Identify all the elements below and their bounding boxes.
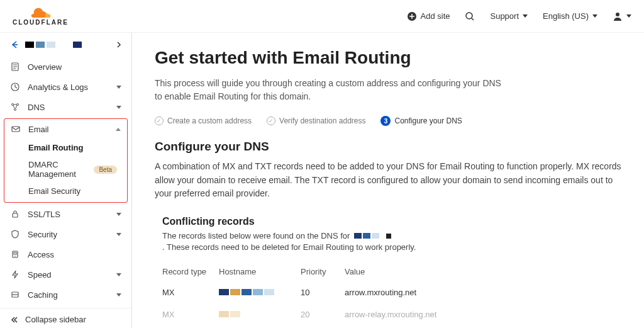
chevron-down-icon <box>116 86 121 89</box>
nav-email-group: Email Email Routing DMARC Management Bet… <box>4 118 128 203</box>
collapse-sidebar-button[interactable]: Collapse sidebar <box>0 308 131 328</box>
chevron-down-icon <box>116 273 121 276</box>
section-title: Configure your DNS <box>155 140 621 154</box>
page-subtitle: This process will guide you through crea… <box>155 77 507 103</box>
app-header: CLOUDFLARE Add site Support English (US) <box>0 0 644 33</box>
cloud-icon <box>28 6 53 19</box>
user-menu[interactable] <box>613 11 631 21</box>
language-menu[interactable]: English (US) <box>543 11 597 21</box>
dns-icon <box>10 102 20 112</box>
svg-point-12 <box>14 256 16 257</box>
chevron-down-icon <box>116 293 121 297</box>
chevron-down-icon <box>626 14 631 18</box>
svg-point-7 <box>14 109 16 111</box>
nav-caching[interactable]: Caching <box>0 285 131 305</box>
cell-priority: 20 <box>301 303 345 325</box>
chevron-up-icon <box>116 128 121 131</box>
cell-hostname <box>219 281 301 303</box>
email-icon <box>11 124 21 134</box>
lock-icon <box>10 209 20 219</box>
access-icon <box>10 249 20 259</box>
nav-speed[interactable]: Speed <box>0 264 131 285</box>
cell-value: arrow.mxrouting.net <box>345 281 602 303</box>
nav-ssl[interactable]: SSL/TLS <box>0 204 131 224</box>
svg-point-2 <box>616 13 619 16</box>
bolt-icon <box>10 269 20 280</box>
nav-email[interactable]: Email <box>4 119 127 139</box>
conflict-title: Conflicting records <box>162 216 621 227</box>
breadcrumb <box>0 33 131 57</box>
th-hostname: Hostname <box>219 262 301 281</box>
cell-type: MX <box>162 281 219 303</box>
nav-overview[interactable]: Overview <box>0 57 131 77</box>
breadcrumb-domain[interactable] <box>73 42 92 48</box>
chevron-down-icon <box>523 14 528 18</box>
table-row: MX 20 arrow-relay.mxrouting.net <box>162 303 602 325</box>
shield-icon <box>10 229 20 239</box>
wizard-steps: ✓ Create a custom address ✓ Verify desti… <box>155 116 621 126</box>
breadcrumb-account[interactable] <box>25 42 55 48</box>
chevron-down-icon <box>592 14 597 18</box>
clock-icon <box>10 82 20 92</box>
th-record-type: Record type <box>162 262 219 281</box>
cell-type: MX <box>162 303 219 325</box>
search-icon[interactable] <box>465 11 475 21</box>
chevron-down-icon <box>116 106 121 109</box>
step-3: 3 Configure your DNS <box>380 116 462 126</box>
beta-badge: Beta <box>94 166 117 174</box>
svg-rect-11 <box>14 252 16 254</box>
nav-dmarc[interactable]: DMARC Management Beta <box>4 156 127 183</box>
plus-circle-icon <box>407 11 417 21</box>
user-icon <box>613 11 623 21</box>
conflict-records-table: Record type Hostname Priority Value MX <box>162 262 602 325</box>
check-circle-icon: ✓ <box>267 116 275 125</box>
step-1: ✓ Create a custom address <box>155 116 252 125</box>
table-row: MX 10 arrow.mxrouting.net <box>162 281 602 303</box>
back-arrow-icon[interactable] <box>10 40 19 49</box>
nav-analytics[interactable]: Analytics & Logs <box>0 77 131 97</box>
nav-access[interactable]: Access <box>0 244 131 264</box>
document-icon <box>10 62 20 72</box>
nav-dns[interactable]: DNS <box>0 97 131 117</box>
drawer-icon <box>10 290 20 300</box>
nav-email-routing[interactable]: Email Routing <box>4 139 127 156</box>
nav-email-security[interactable]: Email Security <box>4 183 127 200</box>
nav: Overview Analytics & Logs DNS Email <box>0 57 131 308</box>
sidebar: Overview Analytics & Logs DNS Email <box>0 33 132 328</box>
logo-text: CLOUDFLARE <box>13 19 69 26</box>
step-2: ✓ Verify destination address <box>267 116 365 125</box>
cell-hostname <box>219 303 301 325</box>
main-content: Get started with Email Routing This proc… <box>132 33 644 328</box>
th-priority: Priority <box>301 262 345 281</box>
square-icon <box>386 234 391 239</box>
svg-rect-9 <box>13 213 18 217</box>
cell-value: arrow-relay.mxrouting.net <box>345 303 602 325</box>
add-site-button[interactable]: Add site <box>407 11 450 21</box>
nav-security[interactable]: Security <box>0 224 131 244</box>
redacted-domain <box>354 233 379 239</box>
chevron-down-icon <box>116 233 121 236</box>
step-number-badge: 3 <box>380 116 391 126</box>
check-circle-icon: ✓ <box>155 116 164 125</box>
svg-point-1 <box>466 13 472 19</box>
chevron-down-icon <box>116 213 121 216</box>
collapse-icon <box>10 315 19 324</box>
th-value: Value <box>345 262 602 281</box>
section-description: A combination of MX and TXT records need… <box>155 160 621 201</box>
forward-caret-icon[interactable] <box>116 42 121 48</box>
cloudflare-logo[interactable]: CLOUDFLARE <box>13 6 69 26</box>
page-title: Get started with Email Routing <box>155 48 621 68</box>
support-menu[interactable]: Support <box>490 11 528 21</box>
conflict-description: The records listed below were found on t… <box>162 231 621 252</box>
cell-priority: 10 <box>301 281 345 303</box>
svg-rect-8 <box>12 127 19 132</box>
